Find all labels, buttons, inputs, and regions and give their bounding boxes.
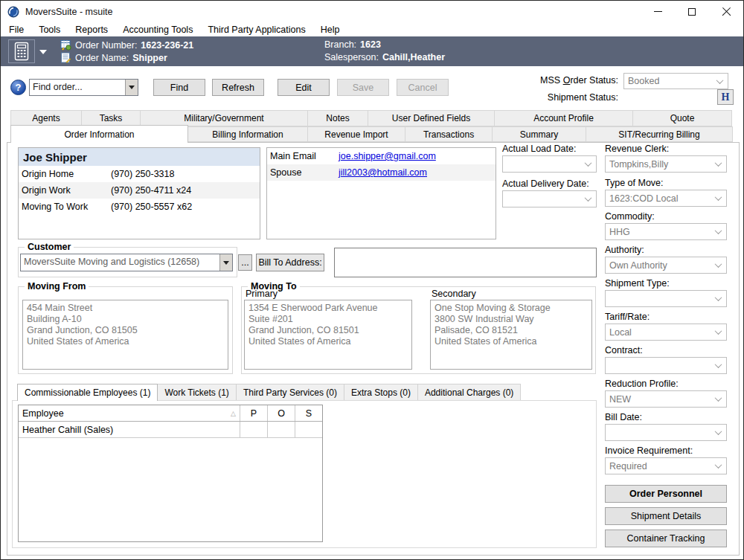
menu-item-help[interactable]: Help — [313, 25, 347, 35]
tab-strip-primary: Order Information Billing Information Re… — [11, 126, 737, 142]
tab-third-party-services[interactable]: Third Party Services (0) — [236, 384, 344, 401]
s-cell — [295, 422, 322, 437]
bill-to-address-button[interactable]: Bill To Address: — [256, 254, 324, 271]
type-of-move-combo[interactable]: 1623:COD Local — [605, 190, 727, 207]
bill-date-label: Bill Date: — [605, 412, 642, 422]
revenue-clerk-combo[interactable]: Tompkins,Billy — [605, 155, 727, 173]
actual-delivery-date-combo[interactable] — [502, 190, 597, 207]
tab-account-profile[interactable]: Account Profile — [494, 110, 633, 126]
refresh-button[interactable]: Refresh — [212, 79, 264, 96]
commodity-combo[interactable]: HHG — [605, 223, 727, 240]
app-logo-icon — [7, 6, 19, 18]
tab-revenue-import[interactable]: Revenue Import — [307, 126, 405, 142]
tab-commissionable-employees[interactable]: Commissionable Employees (1) — [17, 384, 158, 401]
tab-agents[interactable]: Agents — [10, 110, 82, 126]
column-header-s[interactable]: S — [295, 405, 322, 421]
phone-label: Moving To Work — [19, 202, 111, 212]
order-name-icon — [60, 52, 71, 63]
menu-item-file[interactable]: File — [1, 25, 31, 35]
email-row[interactable]: Spouse jill2003@hotmail.com — [267, 164, 496, 181]
chevron-down-icon — [585, 159, 592, 167]
dropdown-arrow-icon — [129, 86, 135, 89]
menu-item-third-party-applications[interactable]: Third Party Applications — [200, 25, 312, 35]
help-icon[interactable]: ? — [10, 80, 26, 95]
mss-order-status-value: Booked — [624, 76, 717, 86]
shipment-type-combo[interactable] — [605, 290, 727, 307]
history-button[interactable]: H — [717, 89, 734, 105]
order-actions-dropdown-icon[interactable] — [39, 50, 47, 54]
chevron-down-icon — [715, 294, 722, 301]
moving-to-secondary-label: Secondary — [432, 289, 476, 299]
chevron-down-icon — [715, 159, 722, 167]
customer-combo-value: MoversSuite Moving and Logistics (12658) — [21, 254, 219, 271]
column-header-o[interactable]: O — [267, 405, 295, 421]
reduction-profile-combo[interactable]: NEW — [605, 390, 727, 408]
tab-summary[interactable]: Summary — [492, 126, 586, 142]
shipment-details-button[interactable]: Shipment Details — [605, 507, 727, 525]
tab-order-information[interactable]: Order Information — [10, 125, 188, 143]
tab-tasks[interactable]: Tasks — [81, 110, 141, 126]
order-number-value: 1623-236-21 — [141, 40, 193, 51]
order-actions-button[interactable] — [8, 39, 35, 63]
order-name-value: Shipper — [132, 53, 167, 63]
invoice-requirement-combo[interactable]: Required — [605, 457, 727, 474]
tab-work-tickets[interactable]: Work Tickets (1) — [157, 384, 236, 401]
tab-quote[interactable]: Quote — [632, 110, 732, 126]
email-row[interactable]: Main Email joe.shipper@gmail.com — [267, 148, 496, 164]
find-order-dropdown-button[interactable] — [125, 80, 138, 95]
moving-to-primary-address: 1354 E Sherwood Park Avenue Suite #201 G… — [244, 300, 412, 370]
column-header-employee[interactable]: Employee △ — [19, 405, 240, 421]
phone-row[interactable]: Moving To Work (970) 250-5557 x62 — [19, 199, 260, 215]
menu-item-accounting-tools[interactable]: Accounting Tools — [115, 25, 200, 35]
tab-extra-stops[interactable]: Extra Stops (0) — [344, 384, 418, 401]
chevron-down-icon — [585, 194, 592, 202]
order-information-page: Joe Shipper Origin Home (970) 250-3318 O… — [7, 142, 740, 556]
tab-transactions[interactable]: Transactions — [405, 126, 493, 142]
find-order-combo-value: Find order... — [30, 80, 125, 95]
minimize-button[interactable] — [641, 1, 675, 22]
tab-sit-recurring-billing[interactable]: SIT/Recurring Billing — [586, 126, 733, 142]
email-label: Spouse — [267, 167, 339, 178]
actual-load-date-combo[interactable] — [502, 155, 597, 173]
customer-more-button[interactable]: ... — [238, 254, 252, 271]
tab-military-government[interactable]: Military/Government — [140, 110, 308, 126]
authority-combo[interactable]: Own Authority — [605, 257, 727, 274]
tab-billing-information[interactable]: Billing Information — [187, 126, 308, 142]
customer-dropdown-button[interactable] — [219, 254, 232, 271]
order-personnel-button[interactable]: Order Personnel — [605, 485, 727, 503]
tariff-rate-label: Tariff/Rate: — [605, 312, 650, 322]
phone-row[interactable]: Origin Work (970) 250-4711 x24 — [19, 182, 260, 199]
email-link[interactable]: jill2003@hotmail.com — [339, 167, 496, 178]
tab-notes[interactable]: Notes — [307, 110, 368, 126]
phone-row[interactable]: Origin Home (970) 250-3318 — [19, 166, 260, 182]
chevron-down-icon — [715, 327, 722, 335]
moving-from-label: Moving From — [25, 281, 89, 292]
detail-tab-strip: Commissionable Employees (1) Work Ticket… — [18, 384, 521, 401]
column-header-p[interactable]: P — [240, 405, 267, 421]
edit-button[interactable]: Edit — [278, 79, 330, 96]
menu-item-reports[interactable]: Reports — [68, 25, 115, 35]
menu-item-tools[interactable]: Tools — [31, 25, 68, 35]
order-name-label: Order Name: — [75, 53, 129, 63]
tab-additional-charges[interactable]: Additional Charges (0) — [417, 384, 521, 401]
container-tracking-button[interactable]: Container Tracking — [605, 530, 727, 547]
customer-combo[interactable]: MoversSuite Moving and Logistics (12658) — [20, 254, 233, 271]
bill-date-combo[interactable] — [605, 424, 727, 441]
tab-user-defined-fields[interactable]: User Defined Fields — [368, 110, 495, 126]
find-order-combo[interactable]: Find order... — [29, 79, 138, 96]
calculator-icon — [13, 42, 30, 61]
email-link[interactable]: joe.shipper@gmail.com — [339, 151, 496, 161]
contract-combo[interactable] — [605, 357, 727, 374]
salesperson-value: Cahill,Heather — [382, 52, 445, 62]
close-button[interactable] — [709, 1, 743, 22]
maximize-button[interactable] — [675, 1, 709, 22]
table-row[interactable]: Heather Cahill (Sales) — [19, 422, 322, 438]
phone-value: (970) 250-4711 x24 — [111, 185, 260, 196]
toolbar: ? Find order... Find Refresh Edit Save C… — [1, 66, 743, 110]
find-button[interactable]: Find — [153, 79, 205, 96]
customer-group-label: Customer — [25, 242, 74, 252]
tariff-rate-combo[interactable]: Local — [605, 324, 727, 341]
salesperson-label: Salesperson: — [324, 52, 379, 62]
mss-order-status-combo[interactable]: Booked — [623, 73, 728, 89]
sort-ascending-icon[interactable]: △ — [231, 410, 236, 417]
